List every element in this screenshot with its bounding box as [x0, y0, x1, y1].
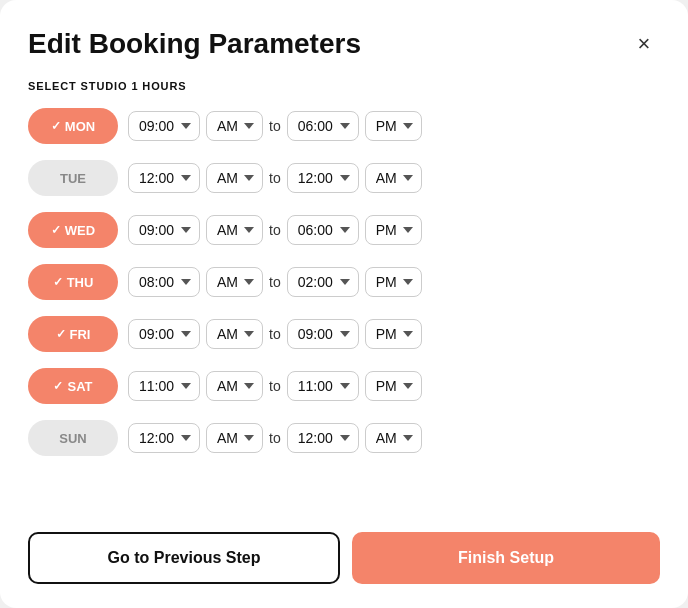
day-badge-tue[interactable]: TUE — [28, 160, 118, 196]
start-period-fri[interactable]: AMPM — [206, 319, 263, 349]
close-button[interactable]: × — [628, 28, 660, 60]
start-period-wed[interactable]: AMPM — [206, 215, 263, 245]
start-period-sat[interactable]: AMPM — [206, 371, 263, 401]
day-row: SUN12:0001:0002:0003:0004:0005:0006:0007… — [28, 416, 660, 460]
check-icon: ✓ — [53, 275, 63, 289]
end-time-fri[interactable]: 12:0001:0002:0003:0004:0005:0006:0007:00… — [287, 319, 359, 349]
start-time-wed[interactable]: 12:0001:0002:0003:0004:0005:0006:0007:00… — [128, 215, 200, 245]
time-group-wed: 12:0001:0002:0003:0004:0005:0006:0007:00… — [128, 215, 422, 245]
day-badge-sat[interactable]: ✓SAT — [28, 368, 118, 404]
day-badge-sun[interactable]: SUN — [28, 420, 118, 456]
start-period-mon[interactable]: AMPM — [206, 111, 263, 141]
to-label-mon: to — [269, 118, 281, 134]
start-period-sun[interactable]: AMPM — [206, 423, 263, 453]
check-icon: ✓ — [56, 327, 66, 341]
end-period-wed[interactable]: AMPM — [365, 215, 422, 245]
end-time-wed[interactable]: 12:0001:0002:0003:0004:0005:0006:0007:00… — [287, 215, 359, 245]
day-row: ✓THU12:0001:0002:0003:0004:0005:0006:000… — [28, 260, 660, 304]
end-period-fri[interactable]: AMPM — [365, 319, 422, 349]
check-icon: ✓ — [51, 223, 61, 237]
end-period-sat[interactable]: AMPM — [365, 371, 422, 401]
end-period-sun[interactable]: AMPM — [365, 423, 422, 453]
to-label-wed: to — [269, 222, 281, 238]
time-group-sun: 12:0001:0002:0003:0004:0005:0006:0007:00… — [128, 423, 422, 453]
end-period-thu[interactable]: AMPM — [365, 267, 422, 297]
start-time-thu[interactable]: 12:0001:0002:0003:0004:0005:0006:0007:00… — [128, 267, 200, 297]
start-time-tue[interactable]: 12:0001:0002:0003:0004:0005:0006:0007:00… — [128, 163, 200, 193]
edit-booking-modal: Edit Booking Parameters × SELECT STUDIO … — [0, 0, 688, 608]
days-container: ✓MON12:0001:0002:0003:0004:0005:0006:000… — [28, 104, 660, 512]
start-period-thu[interactable]: AMPM — [206, 267, 263, 297]
end-time-tue[interactable]: 12:0001:0002:0003:0004:0005:0006:0007:00… — [287, 163, 359, 193]
to-label-sat: to — [269, 378, 281, 394]
prev-step-button[interactable]: Go to Previous Step — [28, 532, 340, 584]
time-group-fri: 12:0001:0002:0003:0004:0005:0006:0007:00… — [128, 319, 422, 349]
modal-header: Edit Booking Parameters × — [28, 28, 660, 60]
day-row: TUE12:0001:0002:0003:0004:0005:0006:0007… — [28, 156, 660, 200]
day-row: ✓FRI12:0001:0002:0003:0004:0005:0006:000… — [28, 312, 660, 356]
to-label-tue: to — [269, 170, 281, 186]
day-badge-wed[interactable]: ✓WED — [28, 212, 118, 248]
time-group-thu: 12:0001:0002:0003:0004:0005:0006:0007:00… — [128, 267, 422, 297]
to-label-fri: to — [269, 326, 281, 342]
footer: Go to Previous Step Finish Setup — [28, 512, 660, 608]
time-group-tue: 12:0001:0002:0003:0004:0005:0006:0007:00… — [128, 163, 422, 193]
day-badge-thu[interactable]: ✓THU — [28, 264, 118, 300]
day-badge-fri[interactable]: ✓FRI — [28, 316, 118, 352]
day-row: ✓MON12:0001:0002:0003:0004:0005:0006:000… — [28, 104, 660, 148]
start-time-fri[interactable]: 12:0001:0002:0003:0004:0005:0006:0007:00… — [128, 319, 200, 349]
end-time-mon[interactable]: 12:0001:0002:0003:0004:0005:0006:0007:00… — [287, 111, 359, 141]
end-period-mon[interactable]: AMPM — [365, 111, 422, 141]
start-time-mon[interactable]: 12:0001:0002:0003:0004:0005:0006:0007:00… — [128, 111, 200, 141]
check-icon: ✓ — [53, 379, 63, 393]
start-time-sun[interactable]: 12:0001:0002:0003:0004:0005:0006:0007:00… — [128, 423, 200, 453]
end-time-sat[interactable]: 12:0001:0002:0003:0004:0005:0006:0007:00… — [287, 371, 359, 401]
to-label-thu: to — [269, 274, 281, 290]
to-label-sun: to — [269, 430, 281, 446]
day-row: ✓WED12:0001:0002:0003:0004:0005:0006:000… — [28, 208, 660, 252]
day-badge-mon[interactable]: ✓MON — [28, 108, 118, 144]
start-period-tue[interactable]: AMPM — [206, 163, 263, 193]
finish-setup-button[interactable]: Finish Setup — [352, 532, 660, 584]
start-time-sat[interactable]: 12:0001:0002:0003:0004:0005:0006:0007:00… — [128, 371, 200, 401]
end-period-tue[interactable]: AMPM — [365, 163, 422, 193]
modal-title: Edit Booking Parameters — [28, 28, 361, 60]
time-group-mon: 12:0001:0002:0003:0004:0005:0006:0007:00… — [128, 111, 422, 141]
end-time-thu[interactable]: 12:0001:0002:0003:0004:0005:0006:0007:00… — [287, 267, 359, 297]
check-icon: ✓ — [51, 119, 61, 133]
section-label: SELECT STUDIO 1 HOURS — [28, 80, 660, 92]
time-group-sat: 12:0001:0002:0003:0004:0005:0006:0007:00… — [128, 371, 422, 401]
end-time-sun[interactable]: 12:0001:0002:0003:0004:0005:0006:0007:00… — [287, 423, 359, 453]
day-row: ✓SAT12:0001:0002:0003:0004:0005:0006:000… — [28, 364, 660, 408]
